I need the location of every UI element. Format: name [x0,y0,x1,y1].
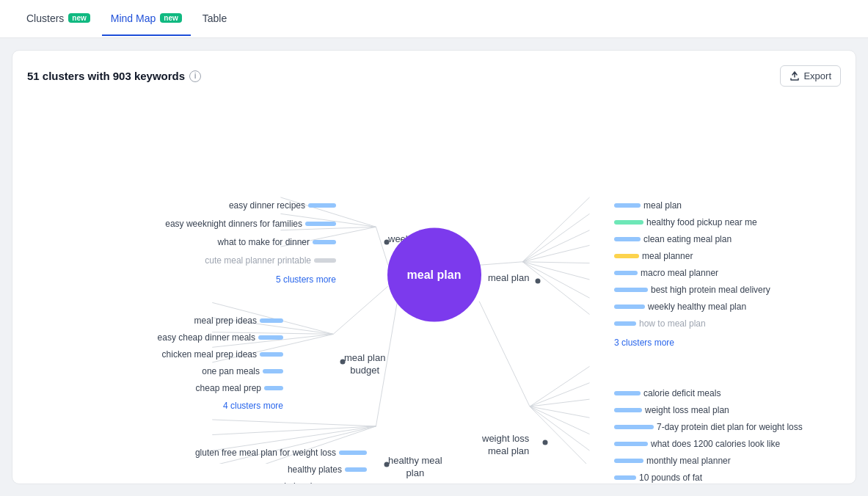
center-node: meal plan [387,228,481,322]
dot-meal-plan-budget [340,360,346,365]
export-label: Export [803,70,831,81]
kw-cheap-meal-prep: cheap meal prep [196,383,283,393]
svg-line-23 [522,262,589,280]
kw-meal-prep-ideas: meal prep ideas [194,316,283,326]
kw-macro-meal-planner: macro meal planner [614,268,718,278]
branch-weight-loss-meal-plan: weight lossmeal plan [482,433,529,458]
kw-weekly-healthy: weekly healthy meal plan [614,302,746,312]
kw-chicken-meal-prep: chicken meal prep ideas [162,349,283,360]
card-header: 51 clusters with 903 keywords i Export [27,65,841,87]
kw-monthly-meal-planner: monthly meal planner [614,456,731,466]
nav-label-mindmap: Mind Map [111,12,156,24]
kw-what-to-make: what to make for dinner [218,237,336,247]
svg-line-16 [212,426,376,464]
dot-weight-loss-meal-plan [543,440,548,445]
dot-weekly-meal-plan [384,240,390,245]
nav-badge-mindmap: new [160,13,181,23]
wmp-clusters-more[interactable]: 5 clusters more [276,274,336,285]
kw-7day-protein: 7-day protein diet plan for weight loss [614,422,803,432]
svg-line-32 [530,406,590,451]
nav-badge-clusters: new [68,13,90,23]
card-title: 51 clusters with 903 keywords i [27,70,201,82]
nav-label-table: Table [203,12,227,24]
svg-line-21 [522,245,589,261]
mpb-clusters-more[interactable]: 4 clusters more [223,401,283,411]
kw-gluten-free: gluten free meal plan for weight loss [195,448,367,458]
kw-how-to-meal-plan: how to meal plan [614,318,706,329]
svg-line-33 [530,406,590,464]
kw-healthy-food-pickup: healthy food pickup near me [614,217,757,227]
kw-easy-weeknight: easy weeknight dinners for families [165,219,336,229]
card: 51 clusters with 903 keywords i Export [12,50,856,484]
kw-10-pounds-fat: 10 pounds of fat [614,473,702,483]
kw-easy-cheap-dinner: easy cheap dinner meals [158,332,283,343]
kw-meal-planning-app: meal planning app [267,481,367,484]
svg-line-30 [530,406,590,417]
svg-line-12 [212,420,376,426]
kw-one-pan-meals: one pan meals [202,366,283,376]
branch-meal-plan-right: meal plan [488,272,529,283]
dot-meal-plan-right [536,279,541,284]
nav-label-clusters: Clusters [26,12,64,24]
svg-line-18 [522,197,589,262]
svg-line-0 [376,227,387,265]
kw-clean-eating: clean eating meal plan [614,234,732,244]
kw-meal-plan-rt1: meal plan [614,200,682,211]
branch-meal-plan-budget: meal planbudget [344,352,385,377]
svg-line-13 [212,426,376,435]
kw-easy-dinner-recipes: easy dinner recipes [229,200,336,211]
svg-line-5 [333,286,388,334]
kw-healthy-plates: healthy plates [288,464,367,475]
kw-best-high-protein: best high protein meal delivery [614,285,770,295]
export-button[interactable]: Export [780,65,841,87]
kw-weight-loss-meal-plan: weight loss meal plan [614,405,729,415]
mindmap-area: meal plan weekly mealplan meal planbudge… [27,95,841,464]
kw-1200-calories: what does 1200 calories look like [614,439,780,449]
svg-line-28 [530,383,590,406]
dot-healthy-meal-plan [384,462,390,467]
svg-line-15 [212,426,376,464]
svg-line-26 [479,302,530,406]
main-container: 51 clusters with 903 keywords i Export [0,38,868,496]
meal-plan-clusters-more[interactable]: 3 clusters more [614,338,674,348]
kw-cute-meal-planner: cute meal planner printable [205,255,336,266]
svg-line-22 [522,262,589,263]
svg-line-20 [522,230,589,262]
nav-item-table[interactable]: Table [194,2,236,36]
svg-line-31 [530,406,590,434]
cluster-count-text: 51 clusters with 903 keywords [27,70,185,82]
export-icon [789,71,800,81]
branch-healthy-meal-plan: healthy mealplan [388,455,442,480]
svg-line-25 [522,262,589,315]
kw-meal-planner: meal planner [614,251,693,261]
svg-line-17 [479,262,522,265]
svg-line-27 [530,366,590,406]
svg-line-24 [522,262,589,298]
nav-item-clusters[interactable]: Clusters new [18,2,99,36]
info-icon[interactable]: i [189,70,201,82]
svg-line-19 [522,214,589,261]
top-navigation: Clusters new Mind Map new Table [0,0,868,38]
kw-calorie-deficit: calorie deficit meals [614,388,721,398]
svg-line-29 [530,399,590,406]
nav-item-mindmap[interactable]: Mind Map new [102,2,191,36]
